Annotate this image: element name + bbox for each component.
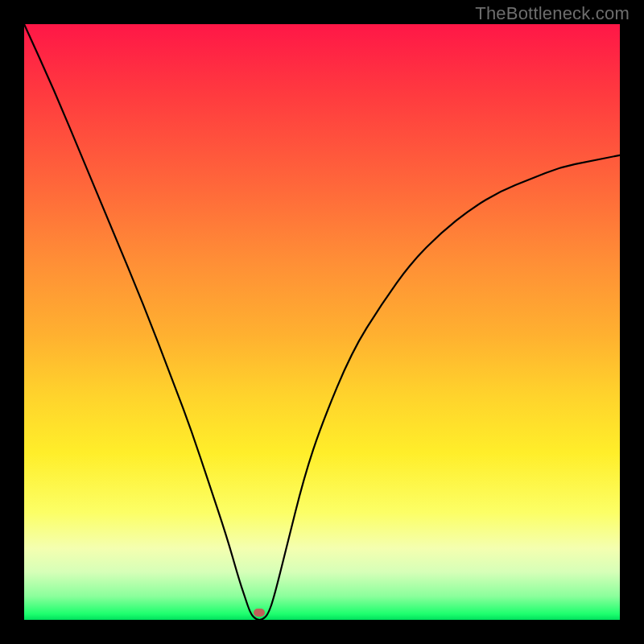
chart-frame: TheBottleneck.com [0,0,644,644]
chart-plot-area [24,24,620,620]
watermark-text: TheBottleneck.com [475,3,630,24]
optimum-marker [254,609,265,617]
bottleneck-curve [24,24,620,620]
